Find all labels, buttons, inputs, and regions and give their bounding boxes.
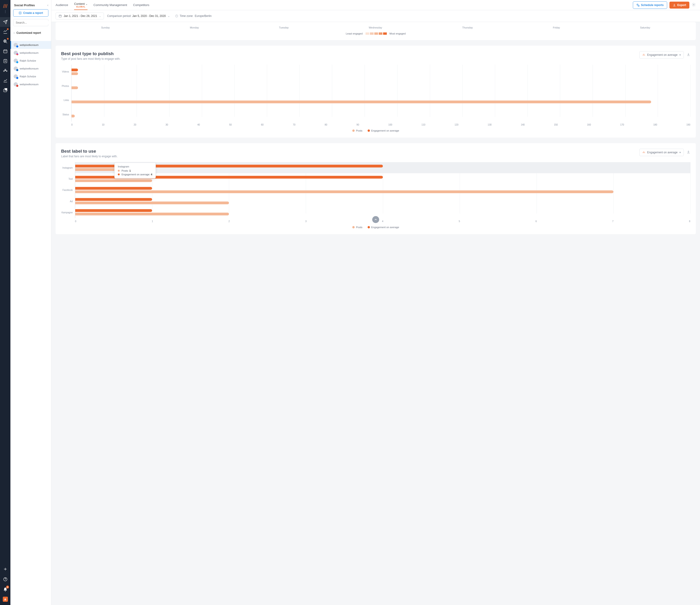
caret-down-icon: ▾ <box>679 53 681 56</box>
comparison-period-picker[interactable]: Comparison period: Jan 5, 2020 - Dec 31,… <box>107 14 170 18</box>
rail-calendar[interactable] <box>0 46 10 56</box>
svg-rect-2 <box>4 59 7 63</box>
chart-row[interactable] <box>75 207 690 218</box>
bar-engagement <box>75 187 152 190</box>
settings-icon[interactable] <box>692 3 696 8</box>
card-best-post-type: Best post type to publish Type of post f… <box>55 46 696 138</box>
y-axis-label: Kampagne <box>61 207 73 218</box>
profile-name: Ralph Scholze <box>20 59 36 62</box>
profile-item[interactable]: webpixelkonsum <box>10 41 51 49</box>
filter-bar: Jan 1, 2021 - Dec 28, 2021 ⌄ Comparison … <box>51 10 700 22</box>
download-chart-button[interactable] <box>686 53 690 57</box>
x-axis-label: 6 <box>535 220 537 223</box>
sidebar: Social Profiles ‹ Create a report › Cust… <box>10 0 51 605</box>
card-title: Best post type to publish <box>61 51 120 56</box>
chart-row[interactable] <box>72 79 690 93</box>
metric-dropdown[interactable]: Engagement on average ▾ <box>639 51 684 58</box>
profile-item[interactable]: Ralph Scholze <box>10 57 51 65</box>
x-axis-label: 180 <box>653 123 657 126</box>
x-axis-label: 170 <box>620 123 624 126</box>
profile-item[interactable]: webpixelkonsum <box>10 49 51 57</box>
chart-row[interactable] <box>72 65 690 79</box>
scroll-top-button[interactable] <box>372 216 379 223</box>
legend-posts[interactable]: Posts <box>352 129 362 132</box>
network-badge-icon <box>16 45 19 48</box>
chart-row[interactable] <box>75 173 690 184</box>
avatar <box>14 74 18 78</box>
clock-icon <box>175 14 178 18</box>
x-axis-label: 160 <box>587 123 591 126</box>
x-axis-label: 4 <box>382 220 383 223</box>
legend-posts[interactable]: Posts <box>352 226 362 228</box>
chart-row[interactable] <box>75 184 690 195</box>
rail-app-icon[interactable]: a <box>3 597 8 602</box>
rail-team[interactable] <box>0 66 10 75</box>
chart-row[interactable] <box>72 107 690 121</box>
rail-help[interactable] <box>0 575 10 584</box>
chart-tooltip: Instagram Posts: 1 Engagement on average… <box>114 163 156 178</box>
rail-menu-dots-icon[interactable]: ⋮ <box>4 10 7 14</box>
x-axis-label: 60 <box>261 123 264 126</box>
x-axis-label: 110 <box>422 123 425 126</box>
network-badge-icon <box>16 61 19 64</box>
network-badge-icon <box>16 77 19 79</box>
heat-least-label: Least engaged <box>346 32 363 35</box>
bar-posts <box>72 115 75 117</box>
tab-audience[interactable]: Audience <box>55 0 68 10</box>
metric-dropdown[interactable]: Engagement on average ▾ <box>639 149 684 156</box>
rail-notes[interactable] <box>0 56 10 66</box>
x-axis-label: 10 <box>102 123 104 126</box>
x-axis-label: 30 <box>166 123 168 126</box>
rail-publish[interactable] <box>0 17 10 27</box>
customized-report-toggle[interactable]: › Customized report <box>10 29 51 37</box>
rail-dashboard[interactable] <box>0 27 10 37</box>
x-axis-label: 100 <box>389 123 392 126</box>
day-label: Monday <box>190 26 199 29</box>
chart-row[interactable] <box>75 162 690 173</box>
network-badge-icon <box>16 69 19 71</box>
legend-engagement[interactable]: Engagement on average <box>368 226 399 228</box>
x-axis-label: 2 <box>228 220 230 223</box>
download-icon <box>686 53 690 56</box>
day-label: Friday <box>553 26 560 29</box>
y-axis-label: Photos <box>61 79 69 93</box>
x-axis-label: 130 <box>488 123 492 126</box>
chart-best-label: InstagramToolFacebookAdKampagne 01234567… <box>61 162 690 228</box>
avatar <box>14 43 18 47</box>
rail-globe[interactable] <box>0 37 10 46</box>
search-input-wrapper[interactable] <box>13 19 48 26</box>
avatar <box>14 67 18 71</box>
profile-name: webpixelkonsum <box>20 51 39 54</box>
search-input[interactable] <box>16 21 50 24</box>
date-range-picker[interactable]: Jan 1, 2021 - Dec 28, 2021 ⌄ <box>55 13 104 20</box>
rail-library[interactable] <box>0 85 10 95</box>
tab-competitors[interactable]: Competitors <box>133 0 149 10</box>
globe-search-icon <box>3 39 8 44</box>
x-axis-label: 0 <box>75 220 76 223</box>
collapse-sidebar-icon[interactable]: ‹ <box>47 3 48 7</box>
rail-analytics[interactable] <box>0 75 10 85</box>
download-chart-button[interactable] <box>686 150 690 155</box>
chevron-down-icon: ⌄ <box>99 15 101 17</box>
download-icon <box>686 150 690 154</box>
tab-community[interactable]: Community Management <box>94 0 127 10</box>
x-axis-label: 190 <box>686 123 690 126</box>
chart-row[interactable] <box>72 93 690 107</box>
create-report-button[interactable]: Create a report <box>13 9 48 17</box>
y-axis-label: Status <box>61 107 69 122</box>
profile-item[interactable]: webpixelkonsum <box>10 65 51 72</box>
schedule-reports-button[interactable]: Schedule reports <box>633 1 667 9</box>
profile-item[interactable]: Ralph Scholze <box>10 72 51 80</box>
x-axis-label: 5 <box>459 220 460 223</box>
export-button[interactable]: Export <box>670 2 689 8</box>
profile-item[interactable]: webpixelkonsum <box>10 80 51 88</box>
y-axis-label: Ad <box>61 196 73 207</box>
tab-content[interactable]: Content⌄ Global <box>74 0 88 10</box>
rail-notifications[interactable]: 2 <box>0 585 10 594</box>
card-title: Best label to use <box>61 149 117 154</box>
legend-engagement[interactable]: Engagement on average <box>368 129 399 132</box>
rail-add[interactable] <box>0 564 10 574</box>
avatar <box>14 58 18 63</box>
logo[interactable] <box>3 3 8 9</box>
chart-row[interactable] <box>75 195 690 207</box>
